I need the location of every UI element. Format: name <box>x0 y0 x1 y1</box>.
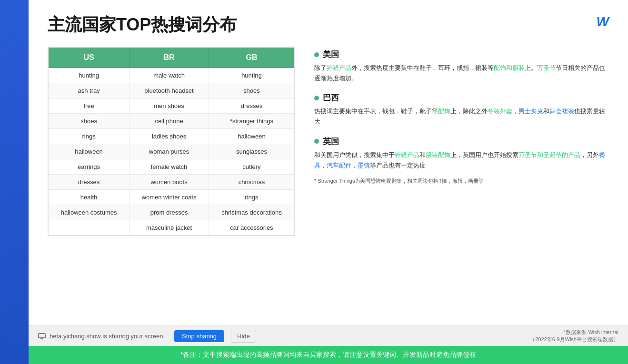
hide-button[interactable]: Hide <box>231 330 256 343</box>
table-cell: cutlery <box>209 159 295 175</box>
table-cell: hunting <box>209 68 295 83</box>
table-cell: women boots <box>130 175 209 190</box>
screen-share-bar: beta.yichang.show is sharing your screen… <box>29 325 628 346</box>
table-cell: shoes <box>48 114 130 129</box>
table-cell <box>48 220 130 236</box>
country-dot-us <box>314 52 319 57</box>
highlight-accessories-us: 配饰和服装 <box>494 64 525 71</box>
table-cell: woman purses <box>130 144 209 159</box>
highlight-mens-jacket: 男士夹克 <box>518 108 543 115</box>
country-name-gb: 英国 <box>323 136 339 147</box>
table-cell: sunglasses <box>209 144 295 159</box>
highlight-halloween: 万圣节 <box>537 64 556 71</box>
table-cell: rings <box>48 129 130 144</box>
col-header-us: US <box>48 47 130 68</box>
table-row: dresseswomen bootschristmas <box>48 175 295 190</box>
table-row: halloweenwoman pursessunglasses <box>48 144 295 159</box>
table-row: masculine jacketcar accessories <box>48 220 295 236</box>
svg-rect-0 <box>39 334 45 338</box>
table-cell: dresses <box>209 98 295 114</box>
highlight-winter-coat: 冬装外套 <box>488 108 512 115</box>
country-desc-gb: 和美国用户类似，搜索集中于狩猎产品和服装配饰上，英国用户也开始搜索万圣节和圣诞节… <box>314 150 609 171</box>
header-row: 主流国家TOP热搜词分布 W <box>48 14 609 35</box>
table-row: ringsladies shoeshalloween <box>48 129 295 144</box>
highlight-dance-dress: 舞会裙装 <box>549 108 574 115</box>
table-cell: car accessories <box>209 220 295 236</box>
country-dot-gb <box>314 139 319 144</box>
table-row: shoescell phone*stranger things <box>48 114 295 129</box>
table-cell: shoes <box>209 83 295 98</box>
table-cell: health <box>48 190 130 205</box>
bottom-notice: *备注：文中搜索端出现的高频品牌词均来自买家搜索，请注意设置关键词、开发新品时避… <box>29 346 628 364</box>
table-cell: women winter coats <box>130 190 209 205</box>
col-header-br: BR <box>130 47 209 68</box>
table-cell: rings <box>209 190 295 205</box>
data-source-line1: *数据来源 Wish internal <box>530 329 618 336</box>
table-cell: prom dresses <box>130 205 209 220</box>
table-cell: halloween <box>48 144 130 159</box>
table-cell: halloween costumes <box>48 205 130 220</box>
country-desc-br: 热搜词主要集中在手表，钱包，鞋子，靴子等配饰上，除此之外冬装外套，男士夹克和舞会… <box>314 106 609 127</box>
left-accent-bar <box>0 0 29 364</box>
screen-share-icon <box>38 333 46 339</box>
country-block-us: 美国 除了狩猎产品外，搜索热度主要集中在鞋子，耳环，戒指，裙装等配饰和服装上。万… <box>314 49 609 84</box>
keywords-table: US BR GB huntingmale watchhuntingash tra… <box>48 47 295 236</box>
table-cell: *stranger things <box>209 114 295 129</box>
stop-sharing-button[interactable]: Stop sharing <box>174 330 224 342</box>
table-cell: male watch <box>130 68 209 83</box>
table-row: freemen shoesdresses <box>48 98 295 114</box>
stranger-note: * Stranger Things为美国恐怖电视剧集，相关周边包括T恤，海报，画… <box>314 177 609 185</box>
highlight-clothing-gb: 服装配饰 <box>426 151 450 158</box>
highlight-accessories-br: 配饰 <box>438 108 450 115</box>
main-content: US BR GB huntingmale watchhuntingash tra… <box>48 47 609 316</box>
table-row: huntingmale watchhunting <box>48 68 295 83</box>
country-name-br: 巴西 <box>323 92 339 103</box>
table-row: healthwomen winter coatsrings <box>48 190 295 205</box>
table-cell: cell phone <box>130 114 209 129</box>
table-cell: men shoes <box>130 98 209 114</box>
highlight-hunting: 狩猎产品 <box>327 64 351 71</box>
table-row: ash traybluetooth headsetshoes <box>48 83 295 98</box>
table-cell: ladies shoes <box>130 129 209 144</box>
table-cell: halloween <box>209 129 295 144</box>
country-dot-br <box>314 96 319 100</box>
table-cell: hunting <box>48 68 130 83</box>
country-block-br: 巴西 热搜词主要集中在手表，钱包，鞋子，靴子等配饰上，除此之外冬装外套，男士夹克… <box>314 92 609 127</box>
white-panel: 主流国家TOP热搜词分布 W US BR GB <box>29 0 628 325</box>
table-cell: masculine jacket <box>130 220 209 236</box>
table-cell: bluetooth headset <box>130 83 209 98</box>
table-cell: female watch <box>130 159 209 175</box>
table-cell: christmas <box>209 175 295 190</box>
page-title: 主流国家TOP热搜词分布 <box>48 14 237 35</box>
table-cell: dresses <box>48 175 130 190</box>
content-area: 主流国家TOP热搜词分布 W US BR GB <box>29 0 628 364</box>
country-title-us: 美国 <box>314 49 609 60</box>
country-desc-us: 除了狩猎产品外，搜索热度主要集中在鞋子，耳环，戒指，裙装等配饰和服装上。万圣节节… <box>314 63 609 84</box>
country-title-br: 巴西 <box>314 92 609 103</box>
table-cell: ash tray <box>48 83 130 98</box>
country-block-gb: 英国 和美国用户类似，搜索集中于狩猎产品和服装配饰上，英国用户也开始搜索万圣节和… <box>314 136 609 185</box>
highlight-hunting-gb: 狩猎产品 <box>395 151 419 158</box>
main-container: 主流国家TOP热搜词分布 W US BR GB <box>0 0 628 364</box>
data-source: *数据来源 Wish internal （2022年6-9月Wish平台搜索端数… <box>530 329 618 343</box>
highlight-seasons-gb: 万圣节和圣诞节的产品 <box>518 151 580 158</box>
data-source-line2: （2022年6-9月Wish平台搜索端数据） <box>530 336 618 343</box>
screen-share-text: beta.yichang.show is sharing your screen… <box>50 333 165 340</box>
col-header-gb: GB <box>209 47 295 68</box>
table-cell: christmas decorations <box>209 205 295 220</box>
country-title-gb: 英国 <box>314 136 609 147</box>
country-name-us: 美国 <box>323 49 339 60</box>
table-cell: free <box>48 98 130 114</box>
table-row: earringsfemale watchcutlery <box>48 159 295 175</box>
screen-share-left: beta.yichang.show is sharing your screen… <box>38 330 256 343</box>
wish-logo: W <box>597 14 609 30</box>
right-section: 美国 除了狩猎产品外，搜索热度主要集中在鞋子，耳环，戒指，裙装等配饰和服装上。万… <box>314 47 609 316</box>
table-section: US BR GB huntingmale watchhuntingash tra… <box>48 47 295 316</box>
table-row: halloween costumesprom dresseschristmas … <box>48 205 295 220</box>
table-cell: earrings <box>48 159 130 175</box>
